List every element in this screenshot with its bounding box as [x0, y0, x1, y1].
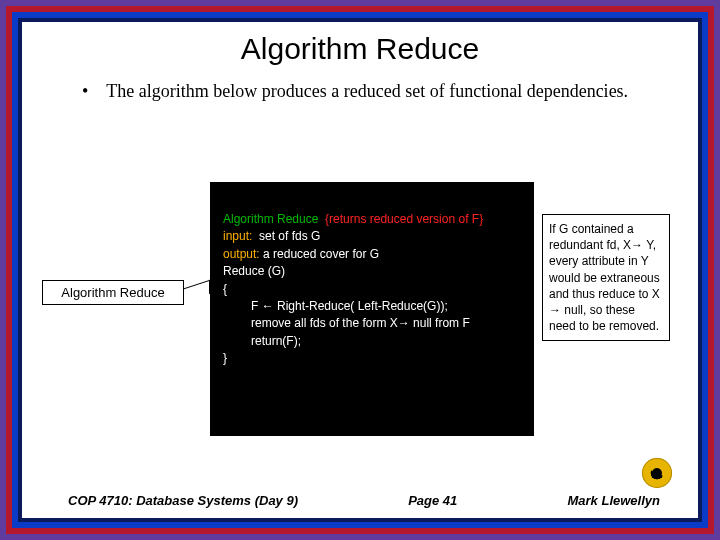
footer-page: Page 41 [408, 493, 457, 508]
algo-name: Algorithm Reduce [223, 212, 318, 226]
algo-output-val: a reduced cover for G [260, 247, 379, 261]
ucf-logo-icon [642, 458, 672, 488]
intro-paragraph: •The algorithm below produces a reduced … [44, 66, 698, 103]
slide-body: Algorithm Reduce •The algorithm below pr… [22, 22, 698, 518]
algo-input-val: set of fds G [252, 229, 320, 243]
footer-bar: COP 4710: Database Systems (Day 9) Page … [22, 493, 698, 508]
algorithm-label-box: Algorithm Reduce [42, 280, 184, 305]
algo-header-line: Algorithm Reduce {returns reduced versio… [223, 211, 521, 228]
algo-body-line-1: F ← Right-Reduce( Left-Reduce(G)); [223, 298, 521, 315]
algo-body-line-2: remove all fds of the form X→ null from … [223, 315, 521, 332]
diagram-area: Algorithm Reduce Algorithm Reduce {retur… [42, 182, 678, 462]
algo-input-line: input: set of fds G [223, 228, 521, 245]
intro-text: The algorithm below produces a reduced s… [106, 81, 628, 101]
frame-navy: Algorithm Reduce •The algorithm below pr… [18, 18, 702, 522]
footer-author: Mark Llewellyn [568, 493, 660, 508]
connector-line [184, 280, 210, 302]
algo-output-line: output: a reduced cover for G [223, 246, 521, 263]
algo-close-brace: } [223, 350, 521, 367]
algo-reduce-line: Reduce (G) [223, 263, 521, 280]
algo-output-key: output: [223, 247, 260, 261]
slide-title: Algorithm Reduce [22, 22, 698, 66]
bullet-icon: • [82, 81, 88, 101]
algorithm-code-block: Algorithm Reduce {returns reduced versio… [210, 182, 534, 436]
frame-purple: Algorithm Reduce •The algorithm below pr… [0, 0, 720, 540]
algo-input-key: input: [223, 229, 252, 243]
algo-body-line-3: return(F); [223, 333, 521, 350]
algo-open-brace: { [223, 281, 521, 298]
frame-red: Algorithm Reduce •The algorithm below pr… [6, 6, 714, 534]
side-note-box: If G contained a redundant fd, X→ Y, eve… [542, 214, 670, 341]
frame-blue: Algorithm Reduce •The algorithm below pr… [12, 12, 708, 528]
footer-course: COP 4710: Database Systems (Day 9) [68, 493, 298, 508]
algo-head-note: {returns reduced version of F} [318, 212, 483, 226]
